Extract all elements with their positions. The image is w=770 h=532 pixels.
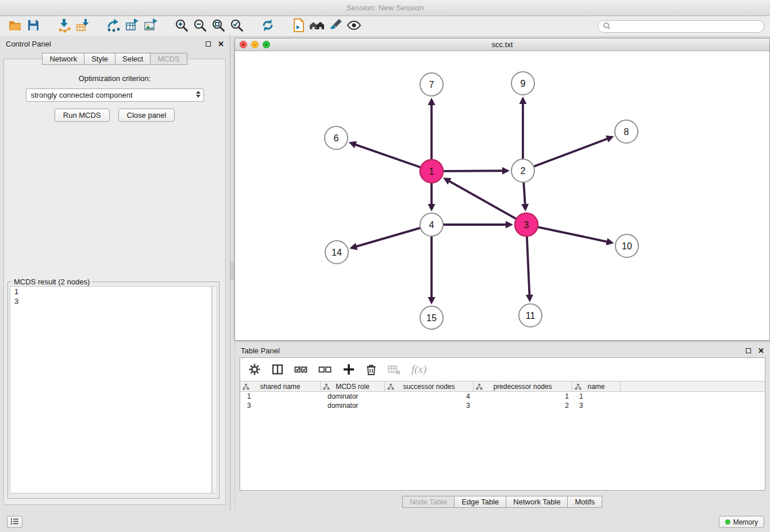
graph-edge-3-1[interactable] <box>449 182 515 219</box>
apply-style-button[interactable] <box>326 18 345 35</box>
graph-edge-1-2[interactable] <box>444 171 502 171</box>
close-panel-icon[interactable]: ✕ <box>218 40 224 48</box>
tab-network[interactable]: Network <box>42 53 84 65</box>
table-cell[interactable]: 3 <box>385 401 473 410</box>
graph-node-6[interactable]: 6 <box>325 126 348 149</box>
table-header-row: shared nameMCDS rolesuccessor nodesprede… <box>240 381 765 392</box>
table-cell[interactable]: 1 <box>240 392 321 401</box>
export-network-button[interactable] <box>105 18 123 35</box>
criterion-select[interactable]: strongly connected component <box>26 88 204 102</box>
tab-network-table[interactable]: Network Table <box>506 496 568 508</box>
table-row[interactable]: 1dominator411 <box>240 392 765 401</box>
graph-edge-2-3[interactable] <box>523 183 525 204</box>
graph-edge-3-10[interactable] <box>538 227 607 241</box>
network-graph[interactable]: 7968124314101511 <box>235 51 769 340</box>
search-field <box>598 20 764 33</box>
close-window-button[interactable]: × <box>240 41 247 48</box>
close-panel-button[interactable]: Close panel <box>118 109 175 122</box>
table-cell[interactable]: 1 <box>572 392 621 401</box>
control-panel-tabs: NetworkStyleSelectMCDS <box>0 53 230 65</box>
column-header-name[interactable]: name <box>572 381 621 391</box>
mcds-result-item[interactable]: 3 <box>10 296 211 306</box>
status-bar: Memory <box>0 512 770 532</box>
graph-node-2[interactable]: 2 <box>511 159 534 182</box>
network-canvas[interactable]: 7968124314101511 <box>235 51 769 340</box>
column-header-successor-nodes[interactable]: successor nodes <box>385 381 473 391</box>
zoom-out-button[interactable] <box>191 18 209 35</box>
import-network-button[interactable] <box>55 18 74 35</box>
deselect-all-icon[interactable] <box>318 363 332 376</box>
gear-icon[interactable] <box>248 363 261 376</box>
scrollbar[interactable] <box>212 286 217 494</box>
save-icon <box>26 18 41 34</box>
export-image-button[interactable] <box>141 18 160 35</box>
sort-icon <box>323 383 330 391</box>
graph-node-10[interactable]: 10 <box>615 234 638 257</box>
select-all-icon[interactable] <box>294 363 308 376</box>
delete-icon[interactable] <box>365 363 377 376</box>
table-cell[interactable]: 4 <box>385 392 473 401</box>
main-toolbar <box>0 16 770 37</box>
table-cell[interactable]: 3 <box>240 401 321 410</box>
home-icon <box>309 18 326 34</box>
table-cell[interactable]: dominator <box>321 392 385 401</box>
table-cell[interactable]: 2 <box>473 401 572 410</box>
graph-node-15[interactable]: 15 <box>420 306 443 329</box>
add-column-icon[interactable] <box>342 363 355 376</box>
table-row[interactable]: 3dominator323 <box>240 401 765 410</box>
tab-style[interactable]: Style <box>84 53 116 65</box>
graph-node-3[interactable]: 3 <box>515 213 538 236</box>
tab-mcds[interactable]: MCDS <box>150 53 187 65</box>
run-mcds-button[interactable]: Run MCDS <box>55 109 110 122</box>
table-cell[interactable]: 1 <box>473 392 572 401</box>
zoom-selected-button[interactable] <box>228 18 246 35</box>
float-panel-icon[interactable] <box>206 41 211 47</box>
network-window-titlebar: × − + scc.txt <box>235 38 769 51</box>
function-builder-icon[interactable]: f(x) <box>411 363 426 376</box>
table-cell[interactable]: 3 <box>572 401 621 410</box>
column-header-mcds-role[interactable]: MCDS role <box>321 381 385 391</box>
import-table-button[interactable] <box>74 18 92 35</box>
graph-node-9[interactable]: 9 <box>511 72 534 95</box>
memory-button[interactable]: Memory <box>719 516 764 528</box>
graph-node-14[interactable]: 14 <box>325 241 348 264</box>
columns-icon[interactable] <box>271 363 284 376</box>
table-cell[interactable]: dominator <box>321 401 385 410</box>
zoom-fit-button[interactable] <box>209 18 228 35</box>
graph-node-11[interactable]: 11 <box>519 304 542 327</box>
column-header-predecessor-nodes[interactable]: predecessor nodes <box>473 381 572 391</box>
sort-icon <box>476 383 483 391</box>
graph-node-1[interactable]: 1 <box>420 160 443 183</box>
svg-text:14: 14 <box>332 248 342 257</box>
show-hide-button[interactable] <box>345 18 363 35</box>
graph-edge-2-8[interactable] <box>534 139 607 167</box>
mcds-result-item[interactable]: 1 <box>10 287 211 296</box>
graph-node-7[interactable]: 7 <box>420 73 443 96</box>
save-session-button[interactable] <box>24 18 43 35</box>
tab-select[interactable]: Select <box>115 53 151 65</box>
graph-edge-3-11[interactable] <box>527 237 529 295</box>
tab-edge-table[interactable]: Edge Table <box>454 496 506 508</box>
graph-node-8[interactable]: 8 <box>615 120 638 143</box>
mcds-result-list[interactable]: 13 <box>10 286 212 494</box>
export-document-button[interactable] <box>290 18 308 35</box>
zoom-in-button[interactable] <box>172 18 191 35</box>
graph-edge-1-6[interactable] <box>356 145 420 167</box>
graph-node-4[interactable]: 4 <box>420 213 443 236</box>
panel-splitter[interactable] <box>230 261 234 280</box>
close-table-panel-icon[interactable]: ✕ <box>758 346 764 355</box>
open-folder-button[interactable] <box>6 18 24 35</box>
delete-table-icon[interactable] <box>387 363 401 376</box>
apply-layout-button[interactable] <box>259 18 277 35</box>
maximize-window-button[interactable]: + <box>263 41 270 48</box>
task-history-button[interactable] <box>7 516 22 528</box>
column-header-shared-name[interactable]: shared name <box>240 381 321 391</box>
home-button[interactable] <box>308 18 326 35</box>
search-input[interactable] <box>611 21 764 32</box>
graph-edge-4-14[interactable] <box>357 228 420 246</box>
minimize-window-button[interactable]: − <box>251 41 259 48</box>
float-table-panel-icon[interactable] <box>746 348 751 353</box>
tab-node-table[interactable]: Node Table <box>402 496 455 508</box>
tab-motifs[interactable]: Motifs <box>567 496 602 508</box>
export-table-button[interactable] <box>123 18 141 35</box>
